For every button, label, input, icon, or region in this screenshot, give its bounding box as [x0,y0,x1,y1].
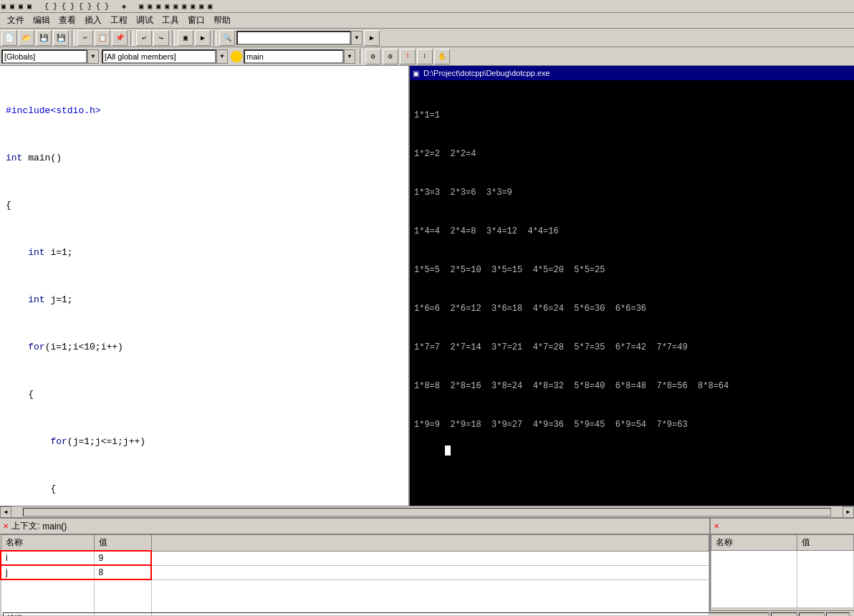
debug-btn2[interactable]: ⚙ [383,49,398,64]
globals-combo[interactable]: [Globals] [1,49,87,64]
terminal-titlebar: ▣ D:\Project\dotcpp\Debug\dotcpp.exe [410,66,854,80]
table-row-j: j 8 [1,565,709,579]
bottom-panels: ✕ 上下文: main() 名称 值 i 9 [0,517,854,610]
hscroll-track[interactable] [23,508,831,516]
menu-file[interactable]: 文件 [3,13,29,28]
status-ch: Ch 1 [826,612,850,617]
terminal-line-6: 1*6=6 2*6=12 3*6=18 4*6=24 5*6=30 6*6=36 [414,302,850,315]
var-j-value: 8 [94,565,151,579]
save-all-btn[interactable]: 💾 [53,30,69,46]
globals-dropdown[interactable]: ▼ [87,49,99,64]
empty-rest [151,579,709,615]
undo-btn[interactable]: ↩ [136,30,152,46]
build-btn[interactable]: ▣ [178,30,193,46]
menu-view[interactable]: 查看 [54,13,80,28]
main-toolbar: 📄 📂 💾 💾 ✂ 📋 📌 ↩ ↪ ▣ ▶ 🔍 printf ▼ ▶ [0,29,854,47]
find-next-btn[interactable]: ▶ [364,30,380,46]
debug-btn3[interactable]: ! [400,49,416,64]
hscroll-right[interactable]: ▶ [843,506,854,518]
code-line-3: { [6,198,380,213]
run-btn[interactable]: ▶ [195,30,211,46]
empty-name [1,579,94,615]
col-empty-header [151,535,709,552]
members-dropdown[interactable]: ▼ [216,49,228,64]
new-btn[interactable]: 📄 [1,30,17,46]
terminal-line-8: 1*8=8 2*8=16 3*8=24 4*8=32 5*8=40 6*8=48… [414,380,850,393]
find-dropdown[interactable]: ▼ [351,31,363,45]
hscroll-left[interactable]: ◀ [0,506,11,518]
menu-help[interactable]: 帮助 [209,13,235,28]
panel-x-icon: ✕ [3,522,9,530]
right-panel-header: ✕ [711,519,854,534]
terminal-title: D:\Project\dotcpp\Debug\dotcpp.exe [423,69,550,77]
code-line-2: int main() [6,150,380,166]
terminal-line-2: 1*2=2 2*2=4 [414,148,850,160]
context-label: 上下文: [11,520,39,532]
menu-project[interactable]: 工程 [106,13,132,28]
col-name-header: 名称 [1,535,94,552]
table-row-empty [1,579,709,615]
terminal-icon: ▣ [413,69,419,77]
code-line-5: int j=1; [6,292,380,308]
sep5 [360,49,363,64]
debug-btn1[interactable]: ⚙ [365,49,381,64]
code-editor[interactable]: #include<stdio.h> int main() { int i=1; … [0,66,410,506]
var-i-name: i [1,551,94,565]
redo-btn[interactable]: ↪ [153,30,169,46]
status-col: Col 1 [799,612,825,617]
right-panel-x-icon: ✕ [714,522,719,530]
find-input[interactable]: printf [236,31,351,45]
sep3 [172,30,175,46]
sep4 [214,30,216,46]
context-value: main() [42,521,67,531]
menu-insert[interactable]: 插入 [80,13,106,28]
code-line-8: for(j=1;j<=i;j++) [6,434,380,450]
right-col-name: 名称 [711,535,797,551]
status-ln: Ln 11 [771,612,798,617]
code-content: #include<stdio.h> int main() { int i=1; … [0,66,408,506]
debug-btn5[interactable]: ✋ [434,49,450,64]
var-i-value: 9 [94,551,151,565]
right-empty-value [797,551,854,608]
var-j-empty [151,565,709,579]
copy-btn[interactable]: 📋 [95,30,110,46]
paste-btn[interactable]: 📌 [112,30,128,46]
terminal-line-4: 1*4=4 2*4=8 3*4=12 4*4=16 [414,225,850,238]
var-i-empty [151,551,709,565]
terminal-line-1: 1*1=1 [414,109,850,122]
menu-window[interactable]: 窗口 [183,13,209,28]
code-line-1: #include<stdio.h> [6,103,380,119]
table-row-i: i 9 [1,551,709,565]
hscroll-area: ◀ ▶ [0,506,854,517]
right-col-value: 值 [797,535,854,551]
menu-bar: 文件 编辑 查看 插入 工程 调试 工具 窗口 帮助 [0,13,854,29]
terminal-line-9: 1*9=9 2*9=18 3*9=27 4*9=36 5*9=45 6*9=54… [414,418,850,431]
terminal-line-5: 1*5=5 2*5=10 3*5=15 4*5=20 5*5=25 [414,264,850,276]
menu-tools[interactable]: 工具 [158,13,183,28]
menu-debug[interactable]: 调试 [132,13,158,28]
save-btn[interactable]: 💾 [36,30,52,46]
sep1 [72,30,75,46]
menu-edit[interactable]: 编辑 [29,13,54,28]
right-watch-table: 名称 值 [711,534,854,608]
code-line-9: { [6,481,380,497]
watch-panel-header: ✕ 上下文: main() [0,519,709,534]
open-btn[interactable]: 📂 [19,30,34,46]
var-j-name: j [1,565,94,579]
cut-btn[interactable]: ✂ [77,30,93,46]
code-nav-toolbar: [Globals] ▼ [All global members] ▼ main … [0,47,854,66]
find-icon[interactable]: 🔍 [219,30,235,46]
top-icon-toolbar: ▣ ▣ ▣ ▣ { } { } { } { } ◈ ▣ ▣ ▣ ▣ ▣ ▣ ▣ … [0,0,854,13]
sep2 [130,30,133,46]
code-line-4: int i=1; [6,245,380,261]
debug-btn4[interactable]: ↕ [417,49,433,64]
watch-panel-left: ✕ 上下文: main() 名称 值 i 9 [0,519,711,610]
members-combo[interactable]: [All global members] [102,49,216,64]
right-empty-row [711,551,854,608]
func-combo[interactable]: main [244,49,344,64]
code-line-7: { [6,387,380,403]
terminal-line-3: 1*3=3 2*3=6 3*3=9 [414,186,850,199]
func-dropdown[interactable]: ▼ [344,49,355,64]
terminal-output: 1*1=1 1*2=2 2*2=4 1*3=3 2*3=6 3*3=9 1*4=… [410,80,854,506]
watch-table: 名称 值 i 9 j [0,534,709,616]
